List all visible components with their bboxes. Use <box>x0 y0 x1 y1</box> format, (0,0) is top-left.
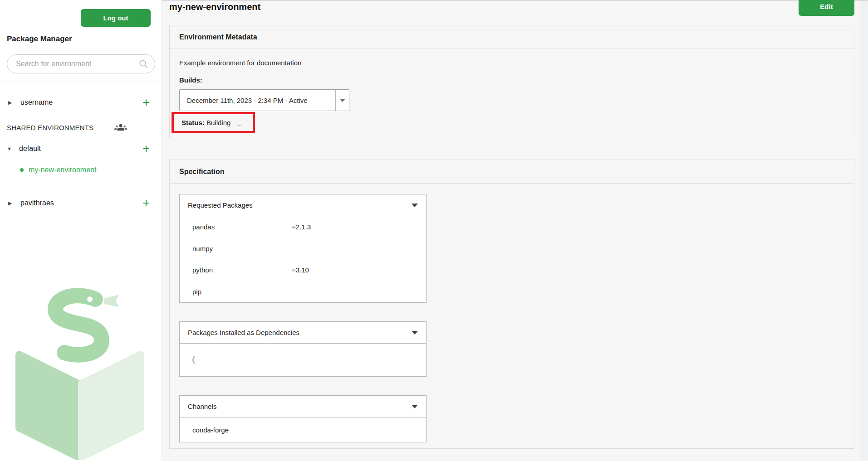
package-name: numpy <box>192 245 292 252</box>
environment-description: Example environment for documentation <box>179 59 844 67</box>
chevron-down-icon: ▼ <box>7 146 13 151</box>
build-select[interactable]: December 11th, 2023 - 2:34 PM - Active <box>179 89 349 111</box>
channels-header[interactable]: Channels <box>179 395 427 417</box>
requested-packages-header[interactable]: Requested Packages <box>179 194 427 216</box>
status-annotation-box: Status: Building <box>172 112 255 133</box>
accordion-arrow-icon <box>412 405 418 408</box>
edit-button[interactable]: Edit <box>799 0 854 16</box>
package-row: pandas =2.1.3 <box>180 216 426 238</box>
environment-search[interactable] <box>7 54 155 73</box>
sidebar-item-my-new-environment[interactable]: my-new-environment <box>0 161 162 179</box>
page-title: my-new-environment <box>169 2 260 12</box>
loading-spinner-icon <box>192 354 204 366</box>
namespace-label: username <box>20 98 53 107</box>
status-value: Building <box>206 119 230 126</box>
channel-row: conda-forge <box>180 417 426 442</box>
accordion-title: Packages Installed as Dependencies <box>188 329 299 336</box>
channels-list: conda-forge <box>179 417 427 442</box>
chevron-right-icon: ▶ <box>8 200 15 206</box>
logout-button[interactable]: Log out <box>81 9 151 27</box>
scrollbar-track <box>860 0 868 461</box>
requested-packages-list: pandas =2.1.3 numpy python =3.10 pip <box>179 216 427 303</box>
namespace-label: default <box>19 145 41 153</box>
channels-accordion: Channels conda-forge <box>179 395 427 442</box>
dependencies-accordion: Packages Installed as Dependencies <box>179 321 427 377</box>
sidebar-item-default[interactable]: ▼ default + <box>0 140 162 158</box>
build-select-arrow[interactable] <box>335 90 349 111</box>
sidebar-item-pavithraes[interactable]: ▶ pavithraes + <box>0 194 162 212</box>
add-environment-button[interactable]: + <box>140 143 152 155</box>
accordion-arrow-icon <box>412 204 418 207</box>
package-row: pip <box>180 281 426 303</box>
sidebar-divider <box>0 82 162 82</box>
dependencies-header[interactable]: Packages Installed as Dependencies <box>179 321 427 344</box>
build-select-value: December 11th, 2023 - 2:34 PM - Active <box>180 90 335 111</box>
package-name: pandas <box>192 223 292 231</box>
people-group-icon <box>114 121 127 134</box>
conda-store-logo <box>6 284 152 460</box>
package-row: python =3.10 <box>180 259 426 281</box>
environment-metadata-card: Environment Metadata Example environment… <box>169 25 854 138</box>
search-icon <box>138 58 149 69</box>
build-status: Status: Building <box>181 119 230 126</box>
package-constraint: =2.1.3 <box>292 223 311 231</box>
accordion-title: Channels <box>188 403 216 410</box>
add-environment-button[interactable]: + <box>140 197 152 209</box>
environment-link[interactable]: my-new-environment <box>29 166 96 174</box>
add-environment-button[interactable]: + <box>140 97 152 109</box>
sidebar-item-username[interactable]: ▶ username + <box>0 93 162 112</box>
dependencies-list <box>179 344 427 377</box>
package-manager-heading: Package Manager <box>7 34 72 44</box>
package-name: python <box>192 266 292 274</box>
specification-card-title: Specification <box>170 160 854 184</box>
search-input[interactable] <box>7 60 138 68</box>
status-label: Status: <box>181 119 205 126</box>
sidebar: Log out Package Manager ▶ username + SHA… <box>0 0 162 461</box>
shared-environments-header: SHARED ENVIRONMENTS <box>0 118 162 136</box>
namespace-label: pavithraes <box>20 199 54 207</box>
package-name: pip <box>192 288 292 296</box>
dropdown-arrow-icon <box>340 99 345 102</box>
specification-card: Specification Requested Packages pandas … <box>169 160 854 449</box>
package-row: numpy <box>180 238 426 260</box>
status-loading-spinner-icon <box>236 119 243 126</box>
environment-bullet-icon <box>20 168 24 172</box>
accordion-title: Requested Packages <box>188 201 253 209</box>
package-constraint: =3.10 <box>292 266 309 274</box>
shared-environments-label: SHARED ENVIRONMENTS <box>7 124 93 131</box>
accordion-arrow-icon <box>412 331 418 335</box>
metadata-card-title: Environment Metadata <box>170 25 854 49</box>
chevron-right-icon: ▶ <box>8 100 15 106</box>
main-content: my-new-environment Edit Environment Meta… <box>162 0 868 461</box>
requested-packages-accordion: Requested Packages pandas =2.1.3 numpy p… <box>179 194 427 303</box>
builds-label: Builds: <box>179 76 844 84</box>
